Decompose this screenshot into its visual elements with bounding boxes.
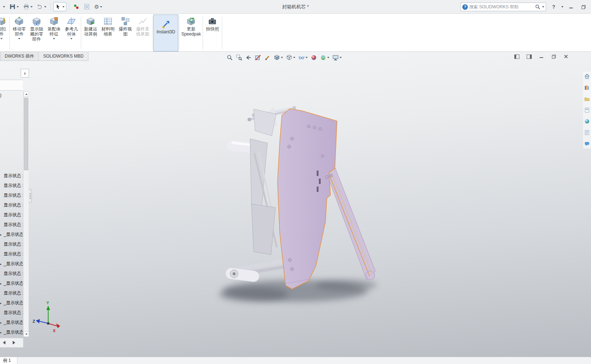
rebuild-button[interactable] bbox=[72, 3, 81, 11]
undo-button[interactable] bbox=[36, 3, 48, 11]
panel-splitter-handle[interactable] bbox=[29, 189, 32, 203]
tree-item[interactable]: 显示状态 : bbox=[0, 191, 23, 200]
appearances-scenes-button[interactable] bbox=[584, 118, 590, 125]
tree-bottom-scroller bbox=[0, 338, 23, 347]
options-button[interactable]: ⚙ bbox=[93, 3, 104, 11]
file-explorer-button[interactable] bbox=[584, 96, 590, 102]
expander-icon[interactable]: ▸ bbox=[0, 301, 4, 305]
solidworks-forum-button[interactable] bbox=[584, 141, 590, 147]
chevron-down-icon bbox=[30, 6, 33, 8]
help-button[interactable]: ? bbox=[549, 3, 558, 11]
search-input[interactable] bbox=[469, 4, 533, 9]
ribbon-button-instant3d[interactable]: Instant3D bbox=[153, 14, 178, 51]
ribbon-button-new-motion-study[interactable]: 新建运 动算例 bbox=[82, 14, 99, 51]
minimize-window-button[interactable] bbox=[566, 3, 576, 11]
3d-model-scene[interactable]: Y X Z bbox=[0, 52, 591, 357]
print-button[interactable] bbox=[22, 3, 34, 11]
tree-item[interactable]: 显示状态 : bbox=[0, 249, 23, 259]
close-icon bbox=[564, 54, 568, 59]
close-document-button[interactable] bbox=[562, 53, 570, 60]
scrollbar-down-button[interactable] bbox=[24, 331, 29, 337]
tree-item-label: _显示状态 bbox=[4, 261, 23, 267]
ribbon-button-show-hidden-components[interactable]: 显示隐 藏的零 部件 bbox=[28, 14, 45, 51]
chevron-down-icon[interactable] bbox=[0, 38, 3, 39]
ribbon-button-reference-geometry[interactable]: 参考几 何体 bbox=[63, 14, 80, 51]
scrollbar-up-button[interactable] bbox=[24, 91, 29, 97]
tree-item[interactable]: 显示状态 : bbox=[0, 239, 23, 249]
tree-item[interactable]: ▸_显示状态 bbox=[0, 327, 23, 337]
chevron-down-icon[interactable] bbox=[18, 38, 20, 39]
tree-item[interactable]: ▸_显示状态 bbox=[0, 259, 23, 269]
assembly-root-item[interactable]: ) bbox=[0, 93, 1, 98]
display-style-button[interactable] bbox=[285, 53, 296, 62]
document-window-controls bbox=[513, 53, 570, 60]
tree-item[interactable]: 显示状态 : bbox=[0, 308, 23, 318]
chevron-down-icon[interactable] bbox=[561, 6, 563, 8]
tree-item[interactable]: ▸_显示状态 bbox=[0, 318, 23, 327]
scroll-left-button[interactable] bbox=[3, 340, 5, 346]
ribbon-button-take-snapshot[interactable]: 拍快照 bbox=[204, 14, 221, 51]
report-button[interactable] bbox=[82, 3, 91, 11]
tab-solidworks-mbd[interactable]: SOLIDWORKS MBD bbox=[39, 52, 88, 61]
ribbon-button-bill-of-materials[interactable]: 材料明 细表 bbox=[99, 14, 117, 51]
model-leg[interactable] bbox=[325, 167, 375, 280]
view-settings-button[interactable] bbox=[331, 53, 343, 62]
chevron-down-icon[interactable] bbox=[53, 38, 55, 39]
expander-icon[interactable]: ▸ bbox=[0, 233, 4, 237]
minimize-document-button[interactable] bbox=[537, 53, 545, 60]
zoom-to-fit-button[interactable] bbox=[225, 53, 234, 62]
feature-manager-panel: › ) 显示状态 : 显示状态 : 显示状态 : 显示状态 : 显示状态 : 显… bbox=[0, 69, 29, 354]
view-palette-button[interactable] bbox=[584, 107, 590, 113]
tree-item[interactable]: 显示状态 : bbox=[0, 200, 23, 210]
view-orientation-button[interactable] bbox=[272, 53, 284, 62]
restore-window-button[interactable] bbox=[579, 3, 588, 11]
hide-show-items-button[interactable] bbox=[297, 53, 309, 62]
tree-item[interactable]: 显示状态 : bbox=[0, 210, 23, 220]
pane-left-button[interactable] bbox=[513, 53, 521, 60]
model-main-plate-selected[interactable] bbox=[278, 109, 337, 289]
ribbon-button-assembly-features[interactable]: 装配体 特征 bbox=[45, 14, 63, 51]
expander-icon[interactable]: ▸ bbox=[0, 282, 4, 285]
expander-icon[interactable]: ▸ bbox=[0, 321, 4, 325]
scroll-right-button[interactable] bbox=[13, 340, 15, 346]
app-menu-button[interactable] bbox=[1, 5, 7, 9]
tree-item[interactable]: 显示状态 : bbox=[0, 288, 23, 298]
tree-item[interactable]: 显示状态 : bbox=[0, 269, 23, 279]
ribbon-button-update-speedpak[interactable]: 更新 Speedpak bbox=[180, 14, 202, 51]
zoom-to-area-button[interactable] bbox=[235, 53, 244, 62]
section-view-button[interactable] bbox=[254, 53, 262, 62]
scrollbar-thumb[interactable] bbox=[24, 98, 28, 170]
chevron-down-icon[interactable] bbox=[542, 6, 544, 8]
pane-right-button[interactable] bbox=[525, 53, 533, 60]
select-tool-button[interactable] bbox=[53, 2, 66, 11]
flyout-expand-button[interactable]: › bbox=[21, 69, 29, 78]
dynamic-annotation-button[interactable] bbox=[263, 53, 272, 62]
edit-appearance-button[interactable] bbox=[309, 53, 318, 62]
expander-icon[interactable]: ▸ bbox=[0, 262, 4, 266]
previous-view-button[interactable] bbox=[244, 53, 253, 62]
restore-document-button[interactable] bbox=[550, 53, 558, 60]
tab-solidworks-addins[interactable]: DWORKS 插件 bbox=[0, 52, 39, 61]
snapshot-camera-icon bbox=[208, 16, 217, 26]
ribbon-label: 能扣 bbox=[0, 26, 6, 32]
save-button[interactable] bbox=[8, 3, 20, 11]
ribbon-button-smart-fasteners[interactable]: 能扣 件 bbox=[0, 14, 9, 51]
tree-item[interactable]: 显示状态 : bbox=[0, 171, 23, 181]
tree-item[interactable]: ▸_显示状态 bbox=[0, 298, 23, 308]
motion-study-tab[interactable]: 例 1 bbox=[0, 357, 17, 364]
search-icon[interactable] bbox=[535, 4, 541, 10]
chevron-down-icon[interactable] bbox=[70, 38, 72, 39]
ribbon-button-move-component[interactable]: 移动零 部件 bbox=[11, 14, 28, 51]
tree-item[interactable]: 显示状态 : bbox=[0, 181, 23, 191]
graphics-viewport[interactable]: Y X Z DWORKS 插件 SOLIDWORKS MBD bbox=[0, 52, 591, 357]
tree-item[interactable]: ▸_显示状态 bbox=[0, 279, 23, 288]
tree-scrollbar[interactable] bbox=[23, 91, 29, 337]
expander-icon[interactable]: ▸ bbox=[0, 331, 4, 334]
apply-scene-button[interactable] bbox=[319, 53, 330, 62]
design-library-button[interactable] bbox=[584, 84, 590, 91]
solidworks-resources-button[interactable] bbox=[584, 73, 590, 80]
custom-properties-button[interactable] bbox=[584, 129, 590, 136]
ribbon-button-exploded-view[interactable]: 爆炸视 图 bbox=[117, 14, 134, 51]
tree-item[interactable]: ▸_显示状态 : bbox=[0, 230, 23, 239]
tree-item[interactable]: 显示状态 : bbox=[0, 220, 23, 230]
